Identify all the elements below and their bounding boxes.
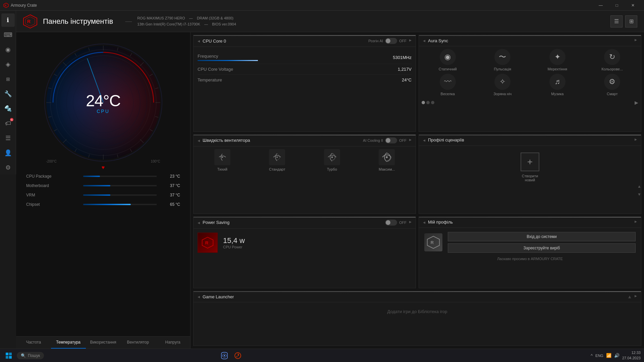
aura-mode-static[interactable]: ◉ Статичний xyxy=(422,49,474,71)
aura-dot-1[interactable] xyxy=(422,101,425,104)
widget-power-saving: ◂ Power Saving OFF ◂ R 15,4 w CPU Pow xyxy=(193,217,416,289)
widget-game-header: ◂ Game Launcher ▲ ◂ xyxy=(194,291,641,302)
register-button[interactable]: Зареєструйте виріб xyxy=(448,243,636,253)
sidebar-item-tools[interactable]: ⊞ xyxy=(1,72,15,86)
tab-freq[interactable]: Частота xyxy=(16,337,51,349)
maximize-button[interactable]: □ xyxy=(609,0,625,11)
aura-mode-smart[interactable]: ⚙ Смарт xyxy=(586,74,639,96)
tab-fan[interactable]: Вентилятор xyxy=(120,337,155,349)
fan-toggle: AI Cooling II OFF xyxy=(363,137,407,143)
fan-toggle-switch[interactable] xyxy=(385,137,397,143)
fan-mode-silent[interactable]: Тихий xyxy=(196,149,249,171)
titlebar: R Armoury Crate — □ ✕ xyxy=(0,0,644,11)
tab-temp[interactable]: Температура xyxy=(51,337,86,349)
taskbar-chevron-icon[interactable]: ^ xyxy=(591,353,593,358)
svg-rect-49 xyxy=(9,353,12,355)
hw-info: ROG MAXIMUS Z790 HERO — DRAM (32GB & 480… xyxy=(137,15,236,27)
info-icon: ℹ xyxy=(7,16,9,24)
sidebar-item-lighting[interactable]: ◉ xyxy=(1,43,15,56)
sidebar-item-gaming[interactable]: ◈ xyxy=(1,58,15,71)
sidebar-item-history[interactable]: ☰ xyxy=(1,131,15,145)
cpu-toggle-state: OFF xyxy=(399,39,407,43)
power-toggle-switch[interactable] xyxy=(385,220,397,226)
widget-fan-speed: ◂ Швидкість вентилятора AI Cooling II OF… xyxy=(193,134,416,214)
minimize-button[interactable]: — xyxy=(593,0,608,11)
sensor-motherboard-name: Motherboard xyxy=(26,183,80,188)
taskbar-wifi-icon[interactable]: 📶 xyxy=(606,353,611,358)
svg-text:R: R xyxy=(236,356,238,358)
close-button[interactable]: ✕ xyxy=(625,0,641,11)
widget-power-title: Power Saving xyxy=(203,220,229,225)
cpu-volt-name: CPU Core Voltage xyxy=(198,67,233,72)
sensor-chipset-val: 65 °C xyxy=(160,202,180,207)
aura-mode-blink[interactable]: ✦ Мерехтіння xyxy=(531,49,584,71)
aura-dot-2[interactable] xyxy=(426,101,430,104)
svg-point-43 xyxy=(386,156,388,158)
cpu-toggle-switch[interactable] xyxy=(385,38,397,44)
aura-mode-music[interactable]: ♬ Музика xyxy=(531,74,584,96)
header-btn-1[interactable]: ☰ xyxy=(610,15,623,27)
svg-rect-51 xyxy=(9,356,12,359)
sidebar-item-devices[interactable]: ⌨ xyxy=(1,28,15,42)
aura-music-name: Музика xyxy=(551,92,564,96)
taskbar-search-text: Пошук xyxy=(28,353,40,358)
gauge-temp: 24°C xyxy=(86,92,120,110)
header-btn-2[interactable]: ⊞ xyxy=(625,15,637,27)
aura-mode-color-cycle[interactable]: ↻ Кольорове... xyxy=(586,49,639,71)
sensor-motherboard-bar xyxy=(83,185,157,186)
sidebar-item-shop[interactable]: 🏷 N xyxy=(1,117,15,130)
fan-mode-max[interactable]: Максим... xyxy=(361,149,413,171)
aura-color-icon: ↻ xyxy=(604,49,620,65)
widget-profile-title: Мій профіль xyxy=(428,220,453,225)
sidebar-item-user[interactable]: 👤 xyxy=(1,146,15,160)
tab-usage[interactable]: Використання xyxy=(86,337,121,349)
widget-cpu-body: Frequency 5301MHz CPU Core Voltage 1,217… xyxy=(194,47,416,89)
header-actions: ☰ ⊞ xyxy=(610,15,637,27)
login-button[interactable]: Вхід до системи xyxy=(448,232,636,241)
widget-scenario: ◂ Профілі сценаріїв ◂ + Створити новий xyxy=(419,134,641,214)
svg-point-42 xyxy=(331,156,333,158)
aura-star-name: Зоряна ніч xyxy=(493,92,512,96)
game-collapse-icon[interactable]: ▲ xyxy=(627,294,632,299)
scenario-add-btn-container[interactable]: + Створити новий xyxy=(521,153,539,182)
taskbar-icon-2[interactable]: R xyxy=(232,350,243,361)
fan-max-name: Максим... xyxy=(379,167,395,171)
taskbar-start[interactable] xyxy=(3,350,14,361)
sidebar-item-info[interactable]: ℹ xyxy=(1,13,15,27)
devices-icon: ⌨ xyxy=(4,31,12,39)
fan-toggle-label: AI Cooling II xyxy=(363,138,383,142)
widget-scenario-header: ◂ Профілі сценаріїв ◂ xyxy=(419,135,641,146)
panel-scroll-down[interactable]: ▼ xyxy=(636,191,643,198)
svg-text:R: R xyxy=(431,240,434,245)
scenario-add-icon-btn[interactable]: + xyxy=(521,153,539,171)
cpu-volt-val: 1,217V xyxy=(398,67,412,72)
game-add-text[interactable]: Додати ігри до Бібліотека ігор xyxy=(387,309,447,314)
widget-fan-header: ◂ Швидкість вентилятора AI Cooling II OF… xyxy=(194,135,416,146)
svg-text:R: R xyxy=(205,240,209,245)
widget-fan-title: Швидкість вентилятора xyxy=(203,138,250,143)
svg-point-40 xyxy=(222,157,223,158)
taskbar-volume-icon[interactable]: 🔊 xyxy=(614,353,620,358)
sensor-motherboard-val: 37 °C xyxy=(160,183,180,188)
history-icon: ☰ xyxy=(5,134,11,142)
fan-mode-turbo[interactable]: Турбо xyxy=(306,149,358,171)
page-title: Панель інструментів xyxy=(43,17,113,26)
aura-mode-star[interactable]: ✧ Зоряна ніч xyxy=(477,74,529,96)
fan-mode-standard[interactable]: Стандарт xyxy=(251,149,304,171)
aura-next-arrow[interactable]: ▶ xyxy=(635,100,638,105)
aura-music-icon: ♬ xyxy=(549,74,566,90)
tab-voltage[interactable]: Напруга xyxy=(155,337,190,349)
aura-dot-3[interactable] xyxy=(431,101,434,104)
sidebar-item-repair[interactable]: 🔩 xyxy=(1,102,15,115)
aura-mode-pulse[interactable]: 〜 Пульсація xyxy=(477,49,529,71)
taskbar-search[interactable]: 🔍 Пошук xyxy=(17,352,44,359)
sidebar-item-wrench[interactable]: 🔧 xyxy=(1,87,15,101)
taskbar-time: 12:33 27.04.2023 xyxy=(622,350,641,361)
sensor-row-vrm: VRM 37 °C xyxy=(26,193,180,197)
taskbar-icon-1[interactable] xyxy=(219,350,230,361)
panel-scroll-up[interactable]: ▲ xyxy=(636,183,643,190)
svg-rect-50 xyxy=(6,356,8,359)
widget-aura-title: Aura Sync xyxy=(428,38,448,43)
sidebar-item-settings[interactable]: ⚙ xyxy=(1,161,15,174)
aura-mode-rainbow[interactable]: 〰 Веселка xyxy=(422,74,474,96)
